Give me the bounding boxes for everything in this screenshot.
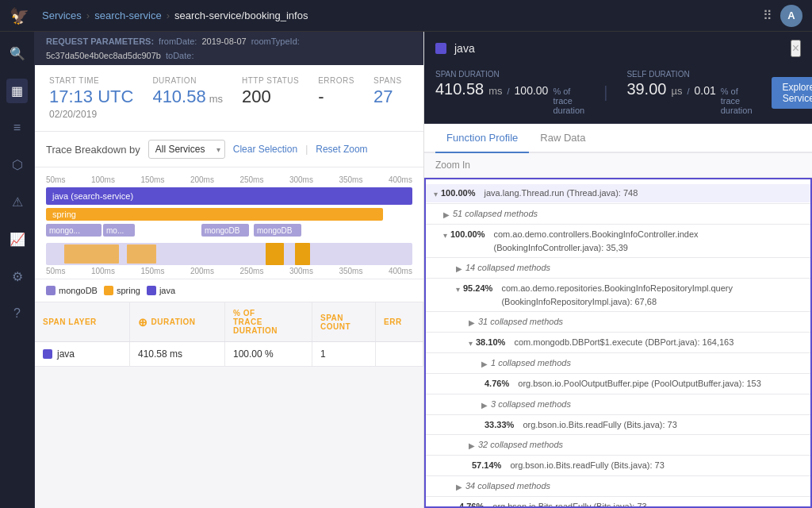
- sidebar-search-icon[interactable]: 🔍: [5, 41, 30, 66]
- sidebar-chart-icon[interactable]: 📈: [5, 227, 30, 252]
- start-time-value: 17:13 UTC: [49, 87, 133, 107]
- spring-label: spring: [117, 286, 140, 295]
- spring-bar[interactable]: spring: [46, 208, 383, 221]
- td-err: [376, 342, 423, 366]
- tree-item[interactable]: ▶51 collapsed methods: [426, 205, 810, 223]
- right-panel: java × SPAN DURATION 410.58 ms / 100.00 …: [423, 32, 812, 508]
- tree-item: 57.14% org.bson.io.Bits.readFully (Bits.…: [426, 456, 810, 475]
- service-selector[interactable]: All Services: [148, 140, 225, 159]
- collapsed-text: 51 collapsed methods: [453, 207, 538, 221]
- chevron-icon[interactable]: ▶: [469, 317, 475, 329]
- request-params-bar: REQUEST PARAMETERS: fromDate: 2019-08-07…: [35, 32, 423, 65]
- java-label: java: [159, 286, 175, 295]
- tree-item[interactable]: ▶34 collapsed methods: [426, 477, 810, 495]
- java-dot: [43, 349, 52, 359]
- method-text: org.bson.io.Bits.readFully (Bits.java): …: [492, 500, 646, 509]
- mongo-seg-1[interactable]: mongo...: [46, 224, 102, 237]
- tree-item[interactable]: ▶1 collapsed methods: [426, 354, 810, 372]
- http-label: HTTP STATUS: [242, 76, 299, 85]
- sidebar-info-icon[interactable]: ?: [9, 302, 25, 325]
- chevron-icon[interactable]: ▾: [456, 283, 460, 295]
- tree-divider: [426, 475, 810, 476]
- mongo-seg-4[interactable]: mongoDB: [254, 224, 301, 237]
- from-date-label: fromDate:: [159, 37, 197, 46]
- self-dur-label: SELF DURATION: [626, 70, 752, 79]
- timeline-container: 50ms100ms150ms200ms250ms300ms350ms400ms …: [35, 167, 423, 279]
- close-button[interactable]: ×: [791, 40, 801, 57]
- java-bar[interactable]: java (search-service): [46, 187, 412, 205]
- services-link[interactable]: Services: [42, 10, 82, 21]
- panel-tabs: Function Profile Raw Data: [424, 124, 812, 153]
- mongo-seg-3[interactable]: mongoDB: [201, 224, 249, 237]
- duration-label: DURATION: [152, 76, 223, 85]
- chevron-icon[interactable]: ▶: [456, 481, 462, 493]
- td-count: 1: [312, 342, 376, 366]
- stats-row: START TIME 17:13 UTC 02/20/2019 DURATION…: [35, 65, 423, 132]
- reset-link[interactable]: Reset Zoom: [316, 144, 367, 155]
- tree-divider: [426, 496, 810, 497]
- sidebar-alert-icon[interactable]: ⚠: [7, 190, 28, 214]
- tree-item[interactable]: ▶14 collapsed methods: [426, 259, 810, 277]
- collapsed-text: 3 collapsed methods: [491, 398, 571, 411]
- sep2: ›: [167, 10, 170, 21]
- tab-raw-data[interactable]: Raw Data: [529, 124, 596, 153]
- chevron-icon[interactable]: ▾: [434, 188, 438, 200]
- td-duration: 410.58 ms: [130, 342, 225, 366]
- breadcrumb: Services › search-service › search-servi…: [42, 10, 308, 21]
- chevron-icon[interactable]: ▶: [456, 263, 462, 275]
- collapsed-text: 34 collapsed methods: [465, 479, 550, 493]
- chevron-icon[interactable]: ▾: [443, 229, 447, 241]
- tree-item[interactable]: ▾38.10% com.mongodb.DBPort$1.execute (DB…: [426, 333, 810, 352]
- start-time-date: 02/20/2019: [49, 109, 133, 120]
- tree-item[interactable]: ▾95.24% com.ao.demo.repositories.Booking…: [426, 279, 810, 310]
- pct-value: 4.76%: [485, 377, 509, 391]
- pct-value: 100.00%: [441, 187, 475, 200]
- mongodb-color: [46, 286, 56, 295]
- grid-icon[interactable]: ⠿: [763, 8, 772, 23]
- tree-divider: [426, 311, 810, 312]
- spring-color: [104, 286, 113, 295]
- layer-name[interactable]: java: [57, 348, 75, 360]
- chevron-icon[interactable]: ▶: [443, 209, 450, 221]
- tree-item[interactable]: ▶32 collapsed methods: [426, 436, 810, 454]
- chevron-icon[interactable]: ▾: [469, 337, 473, 349]
- mongo-seg-2[interactable]: mo...: [103, 224, 135, 237]
- explore-service-button[interactable]: Explore Service ›: [772, 77, 812, 109]
- chevron-icon[interactable]: ▶: [481, 358, 488, 370]
- span-dur-unit: ms: [488, 85, 502, 97]
- java-bar-row: java (search-service): [46, 187, 412, 205]
- tree-item[interactable]: ▾100.00% com.ao.demo.controllers.Booking…: [426, 225, 810, 256]
- right-panel-header: java ×: [424, 32, 812, 65]
- sidebar-list-icon[interactable]: ≡: [9, 116, 25, 140]
- tab-function-profile[interactable]: Function Profile: [435, 124, 529, 153]
- chevron-icon[interactable]: ▶: [481, 399, 488, 411]
- mini-ruler: 50ms100ms150ms200ms250ms300ms350ms400ms: [46, 267, 412, 275]
- spans-stat: SPANS 27: [373, 76, 402, 120]
- table-row: java 410.58 ms 100.00 % 1: [35, 342, 423, 367]
- java-square-icon: [435, 43, 446, 54]
- pct-value: 38.10%: [476, 336, 505, 349]
- room-type-value: 5c37da50e4b0ec8ad5dc907b: [46, 51, 161, 60]
- span-dur-label: SPAN DURATION: [435, 70, 584, 79]
- tree-item[interactable]: ▾100.00% java.lang.Thread.run (Thread.ja…: [426, 184, 810, 202]
- th-duration: ⊕ DURATION: [130, 302, 225, 341]
- sidebar-gear-icon[interactable]: ⚙: [7, 264, 28, 289]
- clear-link[interactable]: Clear Selection: [233, 144, 297, 155]
- spans-table: SPAN LAYER ⊕ DURATION % OFTRACEDURATION …: [35, 302, 423, 367]
- sidebar-dashboard-icon[interactable]: ▦: [6, 79, 28, 103]
- mini-timeline[interactable]: [46, 243, 412, 265]
- service-link[interactable]: search-service: [94, 10, 162, 21]
- chevron-icon[interactable]: ▶: [469, 440, 475, 452]
- method-text: java.lang.Thread.run (Thread.java): 748: [485, 187, 638, 200]
- tree-item: 4.76% org.bson.io.PoolOutputBuffer.pipe …: [426, 375, 810, 393]
- tree-divider: [426, 257, 810, 258]
- tree-item[interactable]: ▶3 collapsed methods: [426, 395, 810, 414]
- tree-item: 33.33% org.bson.io.Bits.readFully (Bits.…: [426, 416, 810, 434]
- sidebar-topology-icon[interactable]: ⬡: [7, 152, 28, 177]
- tree-item[interactable]: ▶31 collapsed methods: [426, 313, 810, 331]
- tree-divider: [426, 224, 810, 225]
- start-time-stat: START TIME 17:13 UTC 02/20/2019: [49, 76, 133, 120]
- th-span-layer: SPAN LAYER: [35, 302, 130, 341]
- avatar[interactable]: A: [780, 5, 802, 27]
- pct-value: 33.33%: [485, 418, 514, 432]
